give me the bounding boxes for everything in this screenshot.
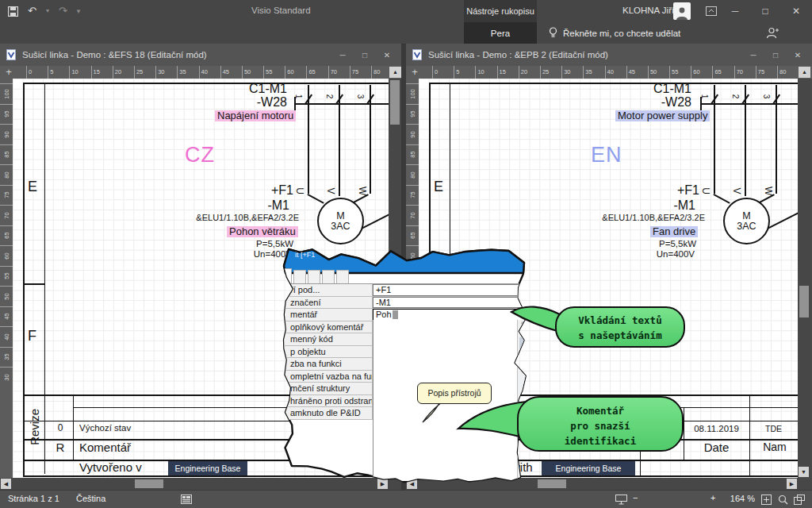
maximize-button[interactable]: □ [750,0,780,22]
horizontal-scrollbar-cz[interactable]: ◀ ▶ [0,478,401,490]
minimize-button[interactable]: ─ [720,0,750,22]
scrollbar-thumb[interactable] [390,80,400,125]
supply-label[interactable]: Napájení motoru [215,110,296,121]
ribbon-tab[interactable] [22,22,40,44]
undo-dropdown-icon[interactable]: ▾ [46,0,49,22]
scroll-up-button[interactable]: ▲ [799,67,810,78]
wire-tag[interactable]: -W28 [190,95,287,110]
scrollbar-thumb[interactable] [135,479,163,488]
cross-references[interactable]: &ELU1/1.10B,&EFA2/3.2E [569,213,705,222]
zoom-in-button[interactable]: + [710,493,715,502]
hruler-row-en: + 051015202530354045505560657075808590 ▲ [406,66,812,79]
undo-button[interactable]: ↶ [28,0,36,22]
doc-maximize-button[interactable]: □ [354,51,376,60]
page-indicator[interactable]: Stránka 1 z 1 [8,494,59,503]
motor-symbol[interactable]: M3AC [723,198,770,244]
ribbon-tab[interactable] [144,22,162,44]
ribbon-tab[interactable] [5,22,22,44]
ribbon-tab[interactable] [57,22,75,44]
property-value[interactable]: +F1 [373,284,534,296]
doc-titlebar-en[interactable]: Sušicí linka - Demo : &EPB 2 (Editační m… [406,44,812,67]
dialog-tab[interactable] [322,270,335,283]
ruler-tick: 45 [220,66,242,79]
doc-close-button[interactable]: ✕ [376,51,398,60]
autocomplete-item[interactable] [373,320,518,330]
ribbon-tab[interactable] [40,22,57,44]
ruler-tick: 20 [113,66,134,79]
property-row[interactable]: ří pod... +F1 [279,284,534,297]
doc-close-button[interactable]: ✕ [787,51,809,60]
avatar[interactable] [673,2,691,20]
scrollbar-thumb[interactable] [799,286,809,318]
macro-status-icon[interactable] [181,495,192,504]
vertical-scrollbar-en[interactable]: ▼ [798,79,810,478]
autocomplete-item[interactable] [373,441,518,451]
zoom-out-button[interactable]: − [633,493,638,502]
ribbon-tab[interactable] [127,22,144,44]
ruler-tick: 95 [406,104,419,125]
zoom-level[interactable]: 164 % [723,494,755,503]
share-contact-icon[interactable] [766,27,779,42]
zoom-window-icon[interactable] [778,495,788,505]
autocomplete-item[interactable] [373,421,518,431]
supply-label[interactable]: Motor power supply [615,110,710,121]
ribbon-display-options-button[interactable] [703,0,720,22]
dialog-tab[interactable] [293,270,306,283]
scroll-down-button[interactable]: ▼ [799,467,809,477]
motor-tag[interactable]: -M1 [640,198,695,213]
autocomplete-item[interactable] [373,340,518,350]
ribbon-tab[interactable] [162,22,179,44]
autocomplete-item[interactable] [373,370,518,380]
ruler-tick: 10 [475,66,496,79]
save-icon[interactable] [8,6,18,17]
crosshair-icon[interactable]: + [0,66,17,79]
autocomplete-item[interactable] [373,431,518,441]
close-button[interactable]: ✕ [780,0,812,22]
wire-tag[interactable]: -W28 [595,95,691,110]
scrollbar-thumb[interactable] [538,479,566,488]
autocomplete-item[interactable] [373,350,518,360]
redo-button[interactable]: ↷ [59,0,67,22]
autocomplete-item[interactable] [373,410,518,421]
ribbon-tab[interactable] [109,22,127,44]
autocomplete-item[interactable] [373,451,518,461]
motor-symbol[interactable]: M3AC [317,198,364,244]
drive-label[interactable]: Fan drive [650,226,698,237]
property-value[interactable]: -M1 [373,297,534,309]
user-name[interactable]: KLOHNA Jiří [622,6,674,15]
presentation-mode-icon[interactable] [615,495,627,505]
scroll-left-button[interactable]: ◀ [1,479,11,489]
fuse-tag[interactable]: +F1 [644,183,699,198]
tell-me-box[interactable]: Řekněte mi, co chcete udělat [549,22,680,44]
doc-titlebar-cz[interactable]: Sušicí linka - Demo : &EFS 18 (Editační … [0,44,401,67]
dialog-tab[interactable] [336,270,349,283]
cable-tag[interactable]: C1-M1 [190,82,287,96]
scroll-right-button[interactable]: ▶ [787,479,797,489]
property-row[interactable]: značení -M1 [279,297,534,310]
switch-windows-icon[interactable] [794,495,806,505]
property-value[interactable]: Poh [373,309,534,321]
doc-minimize-button[interactable]: ─ [742,51,764,60]
autocomplete-item[interactable] [373,461,518,471]
ribbon-tab[interactable] [92,22,109,44]
scroll-up-button[interactable]: ▲ [389,67,401,78]
doc-minimize-button[interactable]: ─ [331,51,354,60]
scroll-right-button[interactable]: ▶ [377,479,388,489]
ruler-tick: 70 [0,205,13,225]
dialog-tab[interactable] [308,270,320,283]
drive-label[interactable]: Pohon větráku [227,226,298,237]
autocomplete-item[interactable] [373,330,518,341]
cross-references[interactable]: &ELU1/1.10B,&EFA2/3.2E [163,213,299,222]
fit-page-icon[interactable] [761,495,772,505]
fuse-tag[interactable]: +F1 [238,183,293,198]
titleblock-line [23,475,389,477]
tab-pera[interactable]: Pera [464,22,537,44]
qat-customize-icon[interactable]: ▾ [77,0,81,22]
motor-tag[interactable]: -M1 [234,198,289,213]
autocomplete-item[interactable] [373,360,518,371]
ribbon-tab[interactable] [75,22,92,44]
crosshair-icon[interactable]: + [406,66,423,79]
cable-tag[interactable]: C1-M1 [595,82,691,96]
doc-maximize-button[interactable]: □ [764,51,787,60]
language-indicator[interactable]: Čeština [76,494,105,503]
